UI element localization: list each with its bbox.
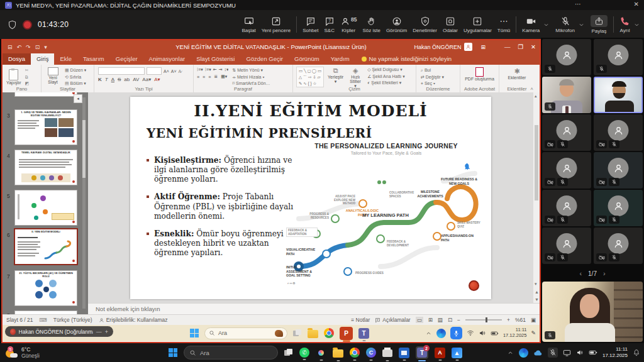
microphone-button[interactable]: Mikrofon (555, 16, 575, 33)
thumbnail-slide-5[interactable] (15, 190, 77, 225)
bullets-button[interactable]: ⁝≡▾ (197, 67, 203, 72)
view-slideshow-icon[interactable]: ⊡ (448, 317, 452, 323)
volume-icon[interactable] (576, 349, 584, 356)
chat-button[interactable]: Sohbet (303, 16, 318, 33)
thumbnail-slide-7[interactable]: 21. YÜZYIL BECERİLERİ (4C) VE ÖĞRETMEN R… (15, 271, 77, 305)
notifications-icon[interactable] (633, 349, 640, 356)
printer-app-button[interactable] (382, 349, 392, 357)
spellcheck-icon[interactable]: ⌨ (40, 317, 47, 323)
participant-tile[interactable] (542, 228, 591, 264)
slide-bullet-list[interactable]: Kişiselleştirme: Öğrenci hızına ve ilgi … (147, 156, 294, 266)
more-button[interactable]: ⋯Tümü (497, 16, 510, 33)
start-button[interactable] (190, 329, 199, 337)
align-right-icon[interactable]: ≡ (208, 75, 211, 79)
thumbnail-slide-6-current[interactable]: II. YENİ EĞİTİM MODELİ (15, 229, 77, 264)
zoom-out-icon[interactable]: − (457, 317, 460, 323)
edge-icon[interactable] (519, 348, 528, 358)
participant-tile[interactable] (594, 39, 643, 75)
edge-icon[interactable] (436, 329, 446, 338)
powerpoint-button[interactable]: P (340, 327, 353, 340)
learning-journey-diagram[interactable]: THE PERSONALIZED LEARNING JOURNEY Tailor… (286, 142, 486, 292)
section-button[interactable]: ▤ Bölüm ▾ (65, 81, 86, 85)
participant-tile[interactable] (594, 190, 643, 226)
tab-gecisler[interactable]: Geçişler (110, 53, 143, 65)
raise-hand-button[interactable]: Söz iste (362, 16, 380, 33)
participant-video-tile[interactable] (542, 77, 591, 113)
thumbnail-slide-3[interactable]: 1. GİRİŞ VE TEMEL KAVRAMLAR: NEDEN EĞİTİ… (15, 110, 77, 145)
canva-button[interactable]: C (366, 348, 376, 358)
participant-tile[interactable] (594, 152, 643, 189)
zoom-level[interactable]: %61 (515, 317, 526, 323)
volume-icon[interactable] (479, 329, 486, 337)
task-view-button[interactable] (284, 349, 293, 356)
collapse-pane-icon[interactable]: ◂ (74, 94, 82, 103)
notes-toggle[interactable]: ≡ Notlar (351, 317, 370, 323)
tray-caret-icon[interactable] (425, 330, 432, 337)
replace-button[interactable]: ⇄ Değiştir ▾ (421, 75, 444, 79)
close-ic on[interactable]: ✕ (634, 1, 639, 8)
pill-minimize-icon[interactable]: — (96, 329, 102, 335)
pen-icon[interactable]: ✎ (531, 330, 536, 336)
user-avatar[interactable] (464, 43, 472, 51)
start-button[interactable] (169, 348, 177, 357)
onedrive-icon[interactable] (533, 348, 543, 358)
cast-icon[interactable] (563, 349, 571, 357)
addins-button[interactable]: ✱Eklentiler (499, 65, 535, 82)
case-button[interactable]: Aa▾ (142, 77, 151, 82)
pager-prev-icon[interactable]: ‹ (579, 270, 582, 277)
thumbnail-scrollbar[interactable] (82, 97, 86, 309)
participant-tile[interactable] (542, 39, 591, 75)
apps-button[interactable]: Uygulamalar (464, 16, 492, 33)
pdf-create-button[interactable]: PDF oluşturma (460, 65, 499, 84)
numbering-button[interactable]: ⁝≡▾ (205, 67, 211, 72)
rooms-button[interactable]: Odalar (443, 16, 458, 33)
font-name-select[interactable] (98, 67, 145, 75)
share-button[interactable]: Paylaş (591, 15, 608, 34)
tab-yardim[interactable]: Yardım (325, 53, 355, 65)
chevron-down-icon[interactable] (633, 21, 640, 28)
qa-button[interactable]: S&C (324, 16, 334, 33)
pill-expand-icon[interactable]: + (105, 329, 108, 335)
thumbnail-slide-2[interactable] (15, 92, 77, 96)
shapes-gallery[interactable]: ▭ ╲ ◻ ◯ ▭△ ⌒ ⇨ ⇩ ▱✎ ∿ { } ☆ (296, 67, 324, 87)
tab-gorunum[interactable]: Görünüm (289, 53, 325, 65)
italic-button[interactable]: T (105, 77, 108, 82)
notes-bar[interactable]: Not eklemek için tıklayın (88, 303, 540, 314)
slide-scrollbar[interactable]: ▴ ▾ ▲ ▼ (533, 92, 540, 303)
presenter-pill[interactable]: Hakan ÖNGÖREN (Doğrulanmamış) — + (5, 326, 113, 337)
pager-next-icon[interactable]: › (603, 270, 606, 277)
zoom-slider[interactable] (465, 319, 502, 321)
leave-button[interactable]: Ayrıl (619, 16, 630, 33)
active-mic-indicator[interactable] (450, 327, 462, 339)
tab-gozden-gecir[interactable]: Gözden Geçir (240, 53, 289, 65)
self-video-tile[interactable] (542, 282, 643, 342)
search-box[interactable]: Ara (184, 346, 278, 359)
chrome-button[interactable] (350, 348, 360, 358)
comments-toggle[interactable]: Açıklamalar (375, 317, 410, 323)
font-color-button[interactable]: A▾ (154, 77, 160, 82)
reset-button[interactable]: ⟲ Sıfırla (65, 75, 81, 79)
battery-icon[interactable] (589, 348, 597, 357)
view-button[interactable]: Görünüm (386, 16, 407, 33)
close-icon[interactable]: ✕ (531, 43, 536, 50)
wifi-icon[interactable] (467, 329, 474, 337)
shrink-font-icon[interactable]: A˅ (171, 69, 177, 74)
quick-styles-button[interactable]: ◈Hızlı Stiller▾ (347, 67, 364, 89)
zoom-in-icon[interactable]: + (507, 317, 510, 323)
view-sorter-icon[interactable]: ⊞ (428, 317, 433, 323)
collapse-ribbon-icon[interactable]: ˄ (530, 86, 533, 92)
find-button[interactable]: ⌕ Bul (421, 68, 431, 72)
file-explorer-button[interactable] (308, 330, 318, 338)
participant-tile[interactable] (594, 114, 643, 151)
tellme-box[interactable]: Ne yapmak istediğinizi söyleyin (362, 55, 452, 65)
participant-tile[interactable] (594, 228, 643, 264)
slide[interactable]: II.YENİ EĞİTİM MODELİ YENİ EĞİTİMİN PREN… (130, 97, 491, 299)
restore-icon[interactable]: ❐ (518, 43, 524, 50)
line-spacing-icon[interactable]: ↕▾ (224, 67, 228, 72)
strike-button[interactable]: S (118, 77, 121, 82)
tab-dosya[interactable]: Dosya (3, 53, 31, 65)
cut-icon[interactable]: ✂ (25, 68, 29, 72)
shadow-button[interactable]: ab (124, 77, 130, 82)
format-painter-icon[interactable]: ◩ (25, 81, 30, 85)
underline-button[interactable]: A (111, 77, 114, 82)
